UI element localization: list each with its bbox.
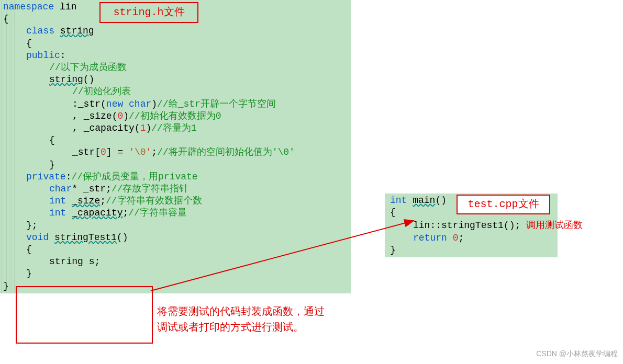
code-line: } xyxy=(3,280,348,292)
annotation-note-2: 调试或者打印的方式进行测试。 xyxy=(157,320,304,336)
code-line: public: xyxy=(3,50,348,62)
code-line: //以下为成员函数 xyxy=(3,62,348,74)
label-string-h: string.h文件 xyxy=(99,2,198,23)
code-line: } xyxy=(3,159,348,171)
code-line: { xyxy=(3,244,348,256)
code-line: private://保护成员变量，用private xyxy=(3,171,348,183)
code-line: :_str(new char)//给_str开辟一个字节空间 xyxy=(3,98,348,110)
code-line: lin::stringTest1(); 调用测试函数 xyxy=(390,219,554,232)
label-test-cpp: test.cpp文件 xyxy=(457,195,550,214)
code-line: }; xyxy=(3,220,348,232)
code-line: string s; xyxy=(3,256,348,268)
watermark: CSDN @小林熬夜学编程 xyxy=(536,348,618,360)
code-line: , _capacity(1)//容量为1 xyxy=(3,122,348,134)
code-line: char* _str;//存放字符串指针 xyxy=(3,183,348,195)
code-line: } xyxy=(3,268,348,280)
annotation-note-1: 将需要测试的代码封装成函数，通过 xyxy=(157,304,325,320)
code-line: { xyxy=(3,134,348,146)
code-line: return 0; xyxy=(390,232,554,244)
highlight-stringtest1 xyxy=(16,286,153,344)
code-line: { xyxy=(3,38,348,50)
code-line: string() xyxy=(3,74,348,86)
code-line: , _size(0)//初始化有效数据为0 xyxy=(3,110,348,122)
code-block-string-h: namespace lin { class string { public: /… xyxy=(0,0,351,293)
code-line: int _capacity;//字符串容量 xyxy=(3,207,348,219)
code-line: class string xyxy=(3,25,348,37)
code-line: void stringTest1() xyxy=(3,232,348,244)
code-line: //初始化列表 xyxy=(3,86,348,98)
code-line: int _size;//字符串有效数据个数 xyxy=(3,195,348,207)
code-line: _str[0] = '\0';//将开辟的空间初始化值为'\0' xyxy=(3,146,348,158)
code-line: } xyxy=(390,244,554,256)
inline-annotation: 调用测试函数 xyxy=(526,219,583,230)
